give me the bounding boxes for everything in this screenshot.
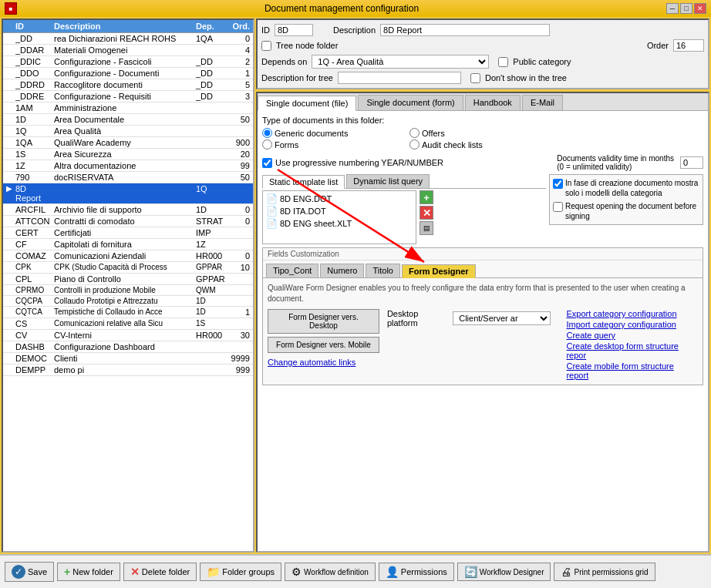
link-import[interactable]: Import category configuration [566,320,698,329]
tab-numero[interactable]: Numero [320,264,364,277]
workflow-definition-button[interactable]: ⚙ Workflow definition [285,563,376,581]
tab-handbook[interactable]: Handbook [465,95,521,110]
radio-generic-input[interactable] [262,128,272,138]
list-item[interactable]: 1QA QualiWare Academy 900 [3,137,253,149]
list-item[interactable]: CERT Certificjati IMP [3,227,253,239]
workflow-def-label: Workflow definition [304,568,369,576]
list-item[interactable]: COMAZ Comunicazioni Aziendali HR000 0 [3,250,253,262]
link-create-desktop[interactable]: Create desktop form structure repor [566,341,698,360]
print-permissions-button[interactable]: 🖨 Print permissions grid [554,563,655,581]
list-item[interactable]: CPK CPK (Studio Capacità di Process GPPA… [3,262,253,274]
form-designer-desktop-button[interactable]: Form Designer vers. Desktop [268,309,379,334]
close-button[interactable]: ✕ [694,3,706,14]
request-opening-checkbox[interactable] [553,202,563,212]
link-export[interactable]: Export category configuration [566,309,698,318]
tab-single-file[interactable]: Single document (file) [258,96,356,111]
list-item[interactable]: CS Comunicazioni relative alla Sicu 1S [3,318,253,330]
tab-single-form[interactable]: Single document (form) [358,95,463,110]
id-field[interactable] [275,24,313,36]
tab-dynamic-query[interactable]: Dynamic list query [346,174,430,188]
list-item[interactable]: DEMPP demo pi 999 [3,365,253,376]
list-item[interactable]: CQTCA Tempistiche di Collaudo in Acce 1D… [3,307,253,318]
tab-email[interactable]: E-Mail [522,95,563,110]
list-item[interactable]: 1AM Amministrazione [3,102,253,114]
description-field[interactable] [380,24,550,36]
template-item[interactable]: 📄 8D ENG.DOT [265,193,414,205]
list-item[interactable]: 790 docRISERVATA 50 [3,172,253,183]
tab-form-designer[interactable]: Form Designer [402,264,476,278]
platform-select[interactable]: Client/Server ar [453,311,551,325]
col-header-desc: Description [54,22,196,31]
list-item[interactable]: _DD rea Dichiarazioni REACH ROHS 1QA 0 [3,33,253,45]
list-item[interactable]: 1D Area Documentale 50 [3,114,253,126]
link-create-mobile[interactable]: Create mobile form structure report [566,361,698,380]
list-item[interactable]: _DDO Configurazione - Documenti _DD 1 [3,68,253,79]
list-item[interactable]: 1S Area Sicurezza 20 [3,149,253,160]
template-list: 📄 8D ENG.DOT 📄 8D ITA.DOT 📄 [262,190,416,244]
dont-show-checkbox[interactable] [470,73,480,83]
public-category-label: Public category [513,57,571,66]
maximize-button[interactable]: □ [680,3,692,14]
permissions-button[interactable]: 👤 Permissions [379,563,454,581]
list-item[interactable]: _DDRD Raccoglitore documenti _DD 5 [3,79,253,91]
numbering-checkbox[interactable] [262,158,272,168]
new-folder-button[interactable]: + New folder [57,563,120,581]
add-template-button[interactable]: + [420,190,433,204]
template-name: 8D ITA.DOT [280,207,326,216]
list-item[interactable]: ARCFIL Archivio file di supporto 1D 0 [3,204,253,216]
list-item[interactable]: 1Z Altra documentazione 99 [3,160,253,172]
list-item[interactable]: _DDRE Configurazione - Requisiti _DD 3 [3,91,253,102]
radio-forms[interactable]: Forms [262,139,408,150]
validity-field[interactable] [680,156,703,169]
save-button[interactable]: ✓ Save [5,562,54,582]
show-models-label: In fase di creazione documento mostra so… [565,178,699,198]
delete-folder-button[interactable]: ✕ Delete folder [123,563,197,581]
tab-tipo-cont[interactable]: Tipo_Cont [266,264,318,277]
list-item[interactable]: CQCPA Collaudo Prototipi e Attrezzatu 1D [3,296,253,307]
folder-groups-icon: 📁 [207,566,220,578]
radio-forms-input[interactable] [262,139,272,150]
list-item[interactable]: _DDIC Configurazione - Fascicoli _DD 2 [3,56,253,68]
template-item[interactable]: 📄 8D ITA.DOT [265,205,414,217]
fields-tab-bar: Tipo_Cont Numero Titolo Form Designer [263,260,703,278]
workflow-designer-button[interactable]: 🔄 Workflow Designer [457,563,551,581]
col-header-id: ID [15,22,54,31]
delete-template-button[interactable]: ✕ [420,206,433,220]
show-models-option[interactable]: In fase di creazione documento mostra so… [553,178,699,198]
radio-audit-input[interactable] [409,139,420,150]
desc-tree-field[interactable] [338,72,461,84]
tab-static-template[interactable]: Static template list [262,175,345,189]
auto-links-button[interactable]: Change automatic links [268,358,356,367]
list-item[interactable]: DASHB Configurazione Dashboard [3,341,253,353]
order-field[interactable] [673,39,704,52]
radio-audit[interactable]: Audit check lists [409,139,555,150]
template-action-button[interactable]: ▤ [420,221,433,235]
list-item[interactable]: 1Q Area Qualità [3,126,253,137]
id-label: ID [261,25,270,35]
radio-generic[interactable]: Generic documents [262,128,408,138]
request-opening-option[interactable]: Request opening the document before sign… [553,201,699,221]
radio-offers-input[interactable] [409,128,420,138]
list-item[interactable]: CPL Piano di Controllo GPPAR [3,274,253,285]
link-create-query[interactable]: Create query [566,331,698,340]
show-models-checkbox[interactable] [553,179,563,189]
form-designer-mobile-button[interactable]: Form Designer vers. Mobile [268,337,379,353]
minimize-button[interactable]: ─ [666,3,679,14]
radio-offers[interactable]: Offers [409,128,555,138]
public-category-checkbox[interactable] [498,57,508,67]
list-item[interactable]: CPRMO Controlli in produzione Mobile QWM [3,285,253,296]
list-item[interactable]: CV CV-Interni HR000 30 [3,330,253,341]
depends-select[interactable]: 1Q - Area Qualità [312,55,489,69]
col-header-dep: Dep. [196,22,227,31]
list-item[interactable]: ATTCON Contratti di comodato STRAT 0 [3,216,253,227]
list-item[interactable]: _DDAR Materiali Omogenei 4 [3,45,253,56]
template-item[interactable]: 📄 8D ENG sheet.XLT [265,217,414,230]
file-icon: 📄 [266,218,278,229]
tab-titolo[interactable]: Titolo [366,264,400,277]
radio-generic-label: Generic documents [275,129,348,138]
list-item-8d-report[interactable]: ▶ 8D Report 1Q [3,183,253,204]
list-item[interactable]: CF Capitolati di fornitura 1Z [3,239,253,250]
folder-groups-button[interactable]: 📁 Folder groups [200,563,281,581]
list-item[interactable]: DEMOC Clienti 9999 [3,353,253,365]
tree-node-checkbox[interactable] [261,41,271,51]
